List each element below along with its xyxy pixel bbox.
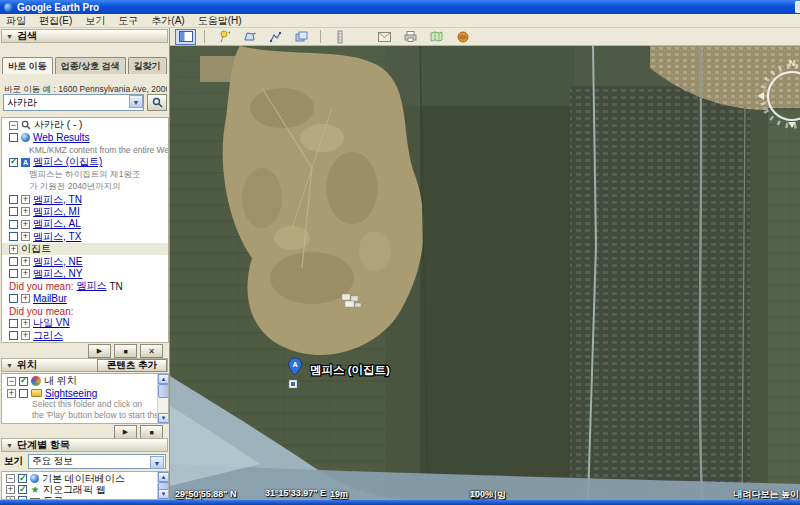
search-result-memphis-ny[interactable]: 멤피스, NY (2, 268, 168, 280)
layers-panel-header[interactable]: 단계별 항목 (1, 438, 168, 452)
scroll-down-icon[interactable] (158, 413, 169, 423)
search-result-mailbur[interactable]: MailBur (2, 292, 168, 304)
checkbox[interactable] (18, 474, 27, 483)
checkbox[interactable] (9, 257, 18, 266)
places-item-link[interactable]: Sightseeing (45, 388, 97, 399)
expand-icon[interactable] (21, 269, 30, 278)
delete-results-button[interactable] (140, 344, 163, 358)
toggle-sidebar-button[interactable] (175, 29, 196, 45)
checkbox[interactable] (9, 220, 18, 229)
expand-icon[interactable] (21, 331, 30, 340)
checkbox[interactable] (9, 319, 18, 328)
search-result-memphis-egypt[interactable]: 멤피스 (이집트) (2, 156, 168, 168)
result-link[interactable]: 멤피스, NY (33, 268, 82, 280)
search-input[interactable] (3, 94, 144, 111)
scroll-down-icon[interactable] (158, 489, 169, 499)
tab-directions[interactable]: 길찾기 (128, 57, 167, 74)
checkbox[interactable] (9, 195, 18, 204)
expand-icon[interactable] (21, 207, 30, 216)
search-result-memphis-tn[interactable]: 멤피스, TN (2, 193, 168, 205)
stop-button[interactable] (140, 425, 163, 439)
search-result-greece[interactable]: 그리스 (2, 330, 168, 342)
search-result-web-results[interactable]: Web Results (2, 131, 168, 143)
checkbox[interactable] (19, 377, 28, 386)
expand-icon[interactable] (21, 294, 30, 303)
map-viewport[interactable]: N A 멤피스 (이집트) (170, 46, 800, 500)
checkbox[interactable] (9, 232, 18, 241)
add-image-overlay-button[interactable] (291, 29, 312, 45)
expand-icon[interactable] (21, 319, 30, 328)
search-result-memphis-al[interactable]: 멤피스, AL (2, 218, 168, 230)
checkbox[interactable] (18, 485, 27, 494)
expand-icon[interactable] (21, 220, 30, 229)
print-button[interactable] (400, 29, 421, 45)
checkbox[interactable] (9, 207, 18, 216)
scroll-up-icon[interactable] (158, 374, 169, 384)
tab-fly-to[interactable]: 바로 이동 (2, 57, 53, 74)
add-placemark-button[interactable]: + (213, 29, 234, 45)
stop-button[interactable] (114, 344, 137, 358)
collapse-icon[interactable] (6, 474, 15, 483)
result-link[interactable]: 멤피스, TX (33, 231, 81, 243)
checkbox[interactable] (9, 331, 18, 340)
expand-icon[interactable] (6, 485, 15, 494)
result-link[interactable]: 그리스 (33, 330, 63, 342)
places-item-sightseeing[interactable]: Sightseeing (2, 387, 168, 399)
search-button[interactable] (147, 94, 167, 111)
result-link[interactable]: 멤피스, MI (33, 206, 80, 218)
checkbox[interactable] (9, 269, 18, 278)
add-content-button[interactable]: 콘텐츠 추가 (97, 359, 167, 372)
view-in-google-maps-button[interactable] (426, 29, 447, 45)
expand-icon[interactable] (21, 232, 30, 241)
menu-help[interactable]: 도움말(H) (198, 14, 242, 28)
expand-icon[interactable] (9, 245, 18, 254)
checkbox[interactable] (19, 389, 28, 398)
result-link[interactable]: 멤피스, TN (33, 193, 82, 205)
expand-icon[interactable] (21, 195, 30, 204)
expand-icon[interactable] (21, 257, 30, 266)
result-link[interactable]: MailBur (33, 293, 67, 304)
result-link[interactable]: 멤피스, NE (33, 255, 82, 267)
menu-edit[interactable]: 편집(E) (39, 14, 72, 28)
search-panel-header[interactable]: 검색 (1, 29, 168, 43)
add-polygon-button[interactable]: + (239, 29, 260, 45)
menu-tools[interactable]: 도구 (118, 14, 138, 28)
layer-geographic-web[interactable]: 지오그래픽 웹 (2, 484, 168, 495)
earth-button[interactable] (452, 29, 473, 45)
layers-view-select[interactable]: 주요 정보 (28, 454, 166, 469)
play-tour-button[interactable] (114, 425, 137, 439)
checkbox[interactable] (9, 133, 18, 142)
result-link[interactable]: 나일 VN (33, 317, 70, 329)
expand-icon[interactable] (7, 389, 16, 398)
search-result-saqqara[interactable]: 사카라 ( - ) (2, 119, 168, 131)
places-item-my-places[interactable]: 내 위치 (2, 375, 168, 387)
menu-file[interactable]: 파일 (6, 14, 26, 28)
tab-find-businesses[interactable]: 업종/상호 검색 (55, 57, 126, 74)
search-result-memphis-tx[interactable]: 멤피스, TX (2, 231, 168, 243)
ruler-button[interactable] (329, 29, 350, 45)
checkbox[interactable] (9, 158, 18, 167)
search-result-egypt-selected[interactable]: 이집트 (2, 243, 168, 255)
add-path-button[interactable] (265, 29, 286, 45)
scroll-thumb[interactable] (158, 384, 169, 398)
chevron-down-icon[interactable] (150, 456, 164, 469)
menu-view[interactable]: 보기 (85, 14, 105, 28)
email-button[interactable] (374, 29, 395, 45)
search-result-nile[interactable]: 나일 VN (2, 317, 168, 329)
places-scrollbar[interactable] (157, 374, 168, 423)
places-item-label[interactable]: 내 위치 (44, 374, 77, 388)
result-label[interactable]: 이집트 (21, 243, 51, 255)
collapse-icon[interactable] (7, 377, 16, 386)
menu-add[interactable]: 추가(A) (151, 14, 184, 28)
search-result-memphis-mi[interactable]: 멤피스, MI (2, 206, 168, 218)
suggestion-link[interactable]: 멤피스 (76, 280, 106, 292)
play-tour-button[interactable] (88, 344, 111, 358)
collapse-icon[interactable] (9, 121, 18, 130)
chevron-down-icon[interactable] (129, 95, 143, 108)
result-link[interactable]: 멤피스 (이집트) (33, 156, 102, 168)
scroll-up-icon[interactable] (158, 472, 169, 482)
result-link[interactable]: 멤피스, AL (33, 218, 81, 230)
checkbox[interactable] (9, 294, 18, 303)
result-label[interactable]: 사카라 ( - ) (34, 119, 82, 131)
search-result-memphis-ne[interactable]: 멤피스, NE (2, 255, 168, 267)
